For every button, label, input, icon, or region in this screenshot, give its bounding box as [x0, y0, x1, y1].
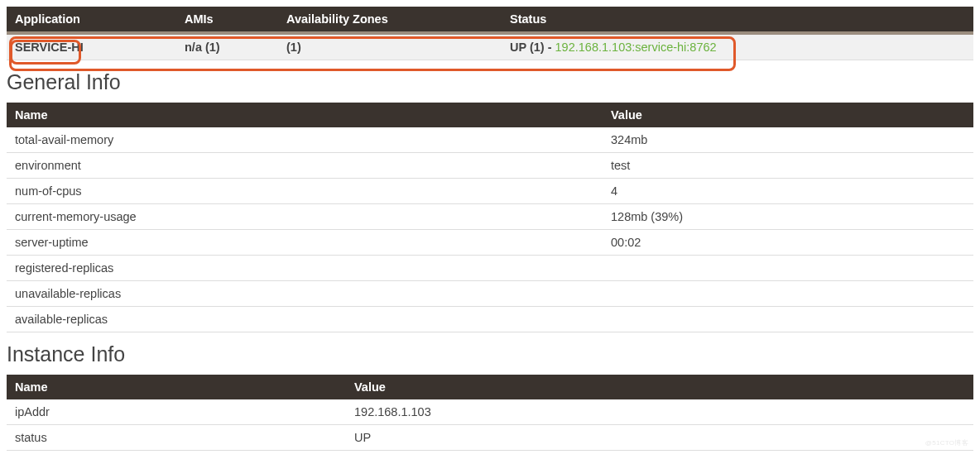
- watermark: @51CTO博客: [925, 438, 968, 447]
- general-info-table: Name Value total-avail-memory324mb envir…: [7, 103, 973, 332]
- cell-application: SERVICE-HI: [15, 41, 84, 54]
- heading-instance-info: Instance Info: [7, 342, 973, 366]
- gi-value: [603, 256, 973, 281]
- gi-row: server-uptime00:02: [7, 230, 973, 256]
- col-header-status: Status: [502, 7, 973, 33]
- gi-row: available-replicas: [7, 307, 973, 332]
- instance-info-table: Name Value ipAddr192.168.1.103 statusUP: [7, 375, 973, 451]
- ii-value: 192.168.1.103: [346, 399, 973, 425]
- page-content: Application AMIs Availability Zones Stat…: [7, 7, 973, 451]
- col-header-ii-value: Value: [346, 375, 973, 399]
- gi-row: unavailable-replicas: [7, 281, 973, 307]
- gi-row: registered-replicas: [7, 256, 973, 281]
- gi-row: total-avail-memory324mb: [7, 127, 973, 153]
- ii-row: ipAddr192.168.1.103: [7, 399, 973, 425]
- col-header-gi-name: Name: [7, 103, 603, 127]
- gi-row: environmenttest: [7, 153, 973, 179]
- gi-value: 324mb: [603, 127, 973, 153]
- heading-general-info: General Info: [7, 70, 973, 94]
- gi-value: [603, 307, 973, 332]
- gi-row: num-of-cpus4: [7, 179, 973, 204]
- link-instance[interactable]: 192.168.1.103:service-hi:8762: [555, 41, 717, 54]
- col-header-amis: AMIs: [176, 7, 278, 33]
- gi-name: available-replicas: [7, 307, 603, 332]
- cell-status-prefix: UP (1) -: [510, 41, 555, 54]
- gi-name: current-memory-usage: [7, 204, 603, 230]
- gi-name: server-uptime: [7, 230, 603, 256]
- col-header-application: Application: [7, 7, 176, 33]
- gi-value: 00:02: [603, 230, 973, 256]
- col-header-gi-value: Value: [603, 103, 973, 127]
- applications-row: SERVICE-HI n/a (1) (1) UP (1) - 192.168.…: [7, 33, 973, 60]
- gi-value: [603, 281, 973, 307]
- gi-name: num-of-cpus: [7, 179, 603, 204]
- ii-value: UP: [346, 425, 973, 451]
- ii-name: status: [7, 425, 346, 451]
- col-header-availability-zones: Availability Zones: [278, 7, 502, 33]
- gi-value: test: [603, 153, 973, 179]
- gi-value: 128mb (39%): [603, 204, 973, 230]
- ii-name: ipAddr: [7, 399, 346, 425]
- gi-row: current-memory-usage128mb (39%): [7, 204, 973, 230]
- ii-row: statusUP: [7, 425, 973, 451]
- col-header-ii-name: Name: [7, 375, 346, 399]
- cell-availability-zones: (1): [286, 41, 301, 54]
- cell-amis: n/a (1): [185, 41, 220, 54]
- applications-table: Application AMIs Availability Zones Stat…: [7, 7, 973, 60]
- gi-name: unavailable-replicas: [7, 281, 603, 307]
- gi-name: registered-replicas: [7, 256, 603, 281]
- gi-name: environment: [7, 153, 603, 179]
- gi-name: total-avail-memory: [7, 127, 603, 153]
- gi-value: 4: [603, 179, 973, 204]
